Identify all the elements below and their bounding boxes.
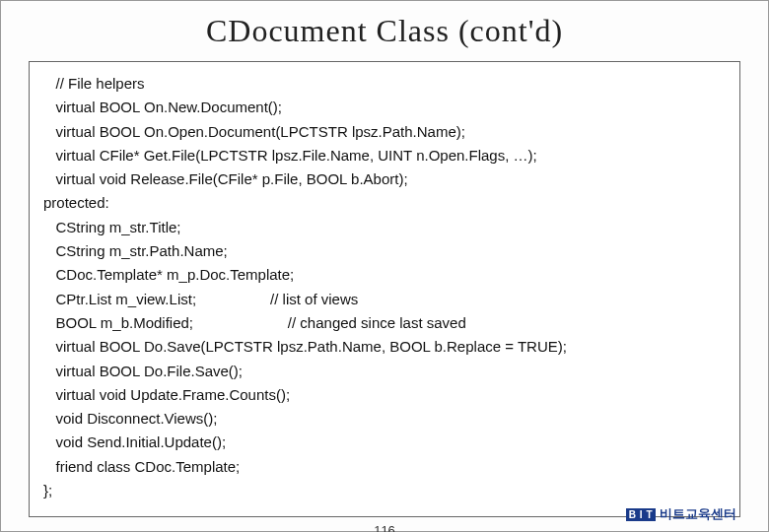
header: CDocument Class (cont'd) xyxy=(1,1,768,57)
code-line: virtual BOOL Do.Save(LPCTSTR lpsz.Path.N… xyxy=(43,335,726,359)
code-line: virtual BOOL Do.File.Save(); xyxy=(43,360,726,383)
code-line: }; xyxy=(43,479,726,502)
code-line: CString m_str.Path.Name; xyxy=(43,239,726,263)
code-line: virtual BOOL On.New.Document(); xyxy=(43,96,726,119)
code-line: BOOL m_b.Modified; // changed since last… xyxy=(43,311,726,335)
code-line: virtual void Update.Frame.Counts(); xyxy=(43,383,726,407)
code-line: void Send.Initial.Update(); xyxy=(43,431,726,454)
code-line: CPtr.List m_view.List; // list of views xyxy=(43,288,726,311)
brand: B I T 비트교육센터 xyxy=(626,505,736,523)
code-line: CString m_str.Title; xyxy=(43,216,726,239)
code-line: CDoc.Template* m_p.Doc.Template; xyxy=(43,263,726,287)
code-line: protected: xyxy=(43,191,726,215)
slide: CDocument Class (cont'd) // File helpers… xyxy=(0,0,769,532)
code-line: void Disconnect.Views(); xyxy=(43,407,726,431)
code-line: virtual void Release.File(CFile* p.File,… xyxy=(43,167,726,191)
page-title: CDocument Class (cont'd) xyxy=(1,13,768,49)
code-line: virtual CFile* Get.File(LPCTSTR lpsz.Fil… xyxy=(43,144,726,167)
content-box: // File helpers virtual BOOL On.New.Docu… xyxy=(29,61,740,517)
brand-badge: B I T xyxy=(626,508,656,521)
brand-text: 비트교육센터 xyxy=(660,505,736,523)
page-number: 116 xyxy=(374,523,395,532)
code-line: friend class CDoc.Template; xyxy=(43,455,726,479)
code-line: // File helpers xyxy=(43,72,726,96)
code-line: virtual BOOL On.Open.Document(LPCTSTR lp… xyxy=(43,120,726,144)
